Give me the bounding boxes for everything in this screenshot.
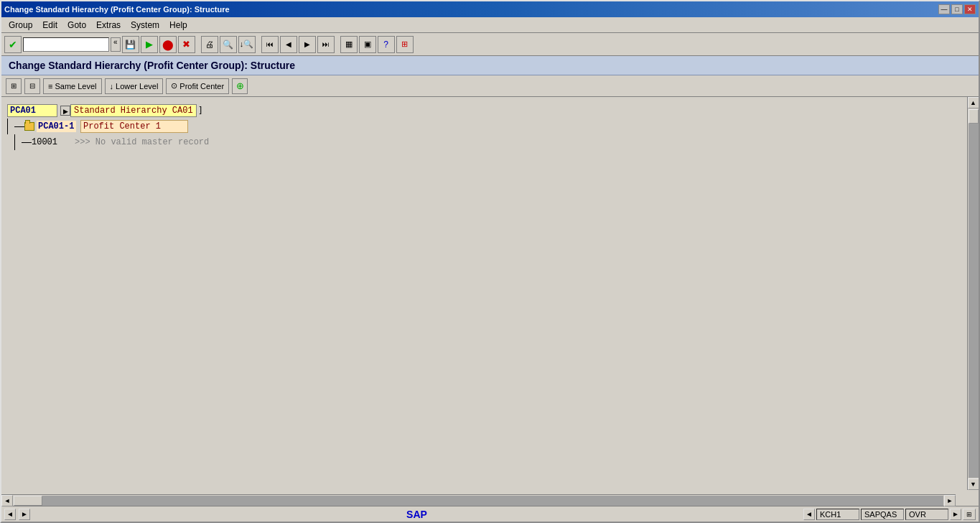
title-bar: Change Standard Hierarchy (Profit Center… [1,1,979,17]
pca01-id: PCA01 [7,104,57,117]
resize-handle[interactable]: ⊞ [963,509,976,520]
lower-level-icon: ↓ [110,82,114,91]
first-page-button[interactable]: ⏮ [261,36,279,53]
pca01-desc: Standard Hierarchy CA01 [70,104,197,117]
add-node-button[interactable]: ⊕ [232,78,248,94]
profit-center-button[interactable]: ⊙ Profit Center [166,78,229,94]
status-nav-prev[interactable]: ◄ [4,509,16,520]
folder-icon [24,122,34,131]
same-level-button[interactable]: ≡ Same Level [43,78,102,94]
expand-box[interactable]: ▶ [60,106,70,116]
help-button[interactable]: ? [378,36,395,53]
pca01-1-desc-bg: Profit Center 1 [80,120,188,133]
mode-field: OVR [905,509,948,520]
page-header: Change Standard Hierarchy (Profit Center… [1,56,979,75]
scroll-track [969,109,979,478]
title-bar-text: Change Standard Hierarchy (Profit Center… [4,5,230,14]
status-prev-arrow[interactable]: ◄ [803,509,815,520]
prev-page-button[interactable]: ◀ [280,36,297,53]
scroll-up-button[interactable]: ▲ [968,97,979,108]
h-line2 [22,142,32,143]
server-field: KCH1 [816,509,859,520]
scroll-left-button[interactable]: ◄ [1,495,13,506]
last-page-button[interactable]: ⏭ [317,36,335,53]
status-right: ◄ KCH1 SAPQAS OVR ► ⊞ [803,509,976,520]
menu-item-extras[interactable]: Extras [92,19,125,32]
expand-icon-button[interactable]: ⊞ [6,78,22,94]
v-line [7,119,14,134]
lower-level-label: Lower Level [116,82,158,91]
close-button[interactable]: ✕ [964,4,976,14]
status-left: ◄ ► [4,509,30,520]
menu-item-goto[interactable]: Goto [63,19,90,32]
status-bar: ◄ ► SAP ◄ KCH1 SAPQAS OVR ► ⊞ [1,506,979,522]
menu-item-group[interactable]: Group [4,19,37,32]
edit-indicator: ] [198,106,203,116]
profit-center-label: Profit Center [179,82,224,91]
same-level-label: Same Level [55,82,96,91]
menu-bar: Group Edit Goto Extras System Help [1,17,979,33]
menu-item-help[interactable]: Help [165,19,192,32]
h-scroll-track [14,496,943,506]
layout-button[interactable]: ▦ [340,36,358,53]
tree-area: PCA01 ▶ Standard Hierarchy CA01 ] PCA01-… [1,97,979,506]
tree-row-10001[interactable]: 10001 >>> No valid master record [4,134,967,150]
same-level-icon: ≡ [48,82,52,91]
h-scroll-thumb[interactable] [14,496,42,506]
node-10001-id: 10001 [32,137,67,147]
pca01-1-id: PCA01-1 [37,121,76,132]
sap-logo: SAP [406,509,427,520]
find-next-button[interactable]: ↓🔍 [238,36,256,53]
tree-row-pca01-1[interactable]: PCA01-1 Profit Center 1 [4,119,967,134]
menu-item-edit[interactable]: Edit [38,19,62,32]
h-line [14,126,24,127]
right-scrollbar: ▲ ▼ [967,97,979,490]
cancel-button[interactable]: ✖ [178,36,195,53]
customize-button[interactable]: ⊞ [396,36,414,53]
system-field: SAPQAS [861,509,904,520]
tree-row-pca01[interactable]: PCA01 ▶ Standard Hierarchy CA01 ] [4,103,967,119]
status-nav-next[interactable]: ► [19,509,30,520]
nav-back-button[interactable]: « [111,37,121,52]
stop-button[interactable]: ⬤ [159,36,177,53]
toolbar: ✔ « 💾 ▶ ⬤ ✖ 🖨 🔍 ↓🔍 ⏮ ◀ ▶ ⏭ [1,33,979,56]
pca01-1-desc: Profit Center 1 [81,121,163,132]
scroll-thumb[interactable] [969,109,979,124]
v-line2 [14,134,22,150]
node-10001-desc: >>> No valid master record [75,137,209,147]
status-next-arrow[interactable]: ► [950,509,961,520]
find-button[interactable]: 🔍 [220,36,237,53]
menu-item-system[interactable]: System [126,19,164,32]
scroll-right-button[interactable]: ► [944,495,956,506]
second-toolbar: ⊞ ⊟ ≡ Same Level ↓ Lower Level ⊙ Profit … [1,75,979,97]
window-controls: — □ ✕ [938,4,976,14]
collapse-icon-button[interactable]: ⊟ [24,78,40,94]
print-button[interactable]: 🖨 [201,36,218,53]
sap-logo-text: SAP [406,509,427,520]
floppy-save-button[interactable]: 💾 [122,36,139,53]
inner-app: Group Edit Goto Extras System Help ✔ « 💾… [1,17,979,522]
lower-level-button[interactable]: ↓ Lower Level [105,78,164,94]
execute-button[interactable]: ▶ [141,36,158,53]
next-page-button[interactable]: ▶ [299,36,316,53]
outer-window: Change Standard Hierarchy (Profit Center… [0,0,980,523]
profit-center-icon: ⊙ [171,81,177,91]
save-button[interactable]: ✔ [4,36,22,53]
minimize-button[interactable]: — [938,4,950,14]
command-input[interactable] [23,37,109,52]
bottom-scrollbar: ◄ ► [1,494,956,506]
maximize-button[interactable]: □ [951,4,963,14]
scroll-down-button[interactable]: ▼ [968,478,979,490]
screen-layout-button[interactable]: ▣ [359,36,376,53]
page-title: Change Standard Hierarchy (Profit Center… [9,60,295,71]
